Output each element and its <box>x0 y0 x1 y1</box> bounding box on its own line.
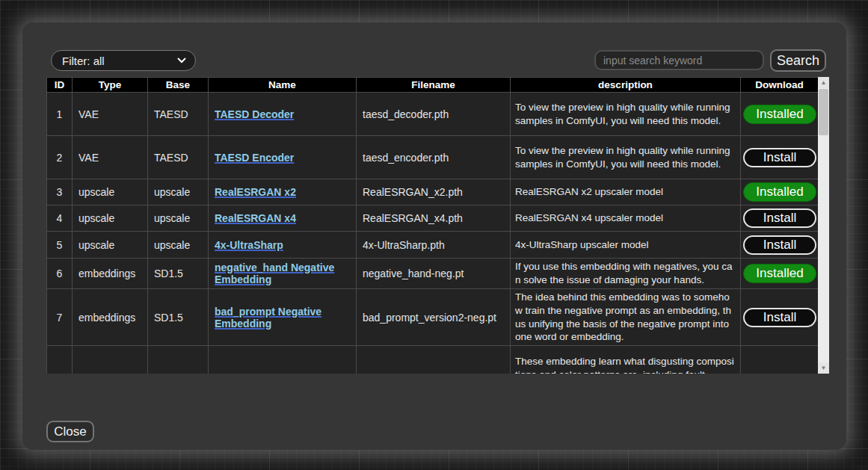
cell-name: RealESRGAN x4 <box>209 205 357 232</box>
cell-filename: RealESRGAN_x4.pth <box>357 205 511 232</box>
cell-base: SD1.5 <box>148 289 209 346</box>
cell-id <box>47 346 73 374</box>
cell-base <box>148 346 209 374</box>
cell-id: 3 <box>47 179 73 205</box>
cell-filename <box>357 346 511 374</box>
cell-description: If you use this embedding with negatives… <box>511 259 741 289</box>
cell-filename: taesd_decoder.pth <box>357 93 511 136</box>
close-button[interactable]: Close <box>46 421 94 442</box>
cell-name <box>209 346 357 374</box>
cell-download: Install <box>741 205 819 232</box>
cell-filename: negative_hand-neg.pt <box>357 259 511 289</box>
install-button[interactable]: Install <box>743 208 816 228</box>
installed-button[interactable]: Installed <box>743 264 816 283</box>
cell-name: 4x-UltraSharp <box>209 232 357 259</box>
installed-button[interactable]: Installed <box>743 182 816 202</box>
cell-description: The idea behind this embedding was to so… <box>511 289 741 346</box>
col-header-name: Name <box>209 78 357 93</box>
cell-id: 7 <box>47 289 73 346</box>
model-name-link[interactable]: RealESRGAN x4 <box>215 212 296 224</box>
table-row: 6embeddingsSD1.5negative_hand Negative E… <box>47 259 819 289</box>
cell-description: 4x-UltraSharp upscaler model <box>511 232 741 259</box>
cell-id: 6 <box>47 259 73 289</box>
install-models-dialog: Filter: all Search IDTypeBaseNameFilenam… <box>22 22 846 450</box>
table-row: 4upscaleupscaleRealESRGAN x4RealESRGAN_x… <box>47 205 819 232</box>
cell-description: To view the preview in high quality whil… <box>511 136 741 179</box>
cell-name: TAESD Decoder <box>209 93 357 136</box>
cell-type: embeddings <box>73 259 148 289</box>
scroll-down-icon[interactable]: ▼ <box>818 362 829 374</box>
cell-download: Installed <box>741 179 819 205</box>
cell-name: TAESD Encoder <box>209 136 357 179</box>
model-name-link[interactable]: 4x-UltraSharp <box>215 239 283 251</box>
cell-download: Install <box>741 232 819 259</box>
cell-type: upscale <box>73 179 148 205</box>
cell-description: These embedding learn what disgusting co… <box>511 346 741 374</box>
table-header-row: IDTypeBaseNameFilenamedescriptionDownloa… <box>47 78 819 93</box>
model-name-link[interactable]: bad_prompt Negative Embedding <box>215 306 321 330</box>
cell-type: embeddings <box>73 289 148 346</box>
install-button[interactable]: Install <box>743 308 816 327</box>
cell-filename: bad_prompt_version2-neg.pt <box>357 289 511 346</box>
cell-base: TAESD <box>148 136 209 179</box>
cell-base: SD1.5 <box>148 259 209 289</box>
col-header-base: Base <box>148 78 209 93</box>
table-row: 1VAETAESDTAESD Decodertaesd_decoder.pthT… <box>47 93 819 136</box>
cell-base: upscale <box>148 179 209 205</box>
cell-type: upscale <box>73 205 148 232</box>
install-button[interactable]: Install <box>743 235 816 255</box>
model-name-link[interactable]: TAESD Encoder <box>215 152 294 164</box>
cell-type <box>73 346 148 374</box>
table-row: 7embeddingsSD1.5bad_prompt Negative Embe… <box>47 289 819 346</box>
models-table-container: IDTypeBaseNameFilenamedescriptionDownloa… <box>46 77 818 374</box>
scrollbar-thumb[interactable] <box>819 89 828 135</box>
filter-dropdown-label: Filter: all <box>62 55 105 67</box>
cell-id: 4 <box>47 205 73 232</box>
cell-name: RealESRGAN x2 <box>209 179 357 205</box>
search-input[interactable] <box>594 50 764 70</box>
cell-type: upscale <box>73 232 148 259</box>
cell-download: Install <box>741 289 819 346</box>
cell-id: 5 <box>47 232 73 259</box>
col-header-filename: Filename <box>357 78 511 93</box>
col-header-description: description <box>511 78 741 93</box>
cell-base: upscale <box>148 205 209 232</box>
table-row: 5upscaleupscale4x-UltraSharp4x-UltraShar… <box>47 232 819 259</box>
models-table: IDTypeBaseNameFilenamedescriptionDownloa… <box>46 77 818 374</box>
cell-base: TAESD <box>148 93 209 136</box>
cell-filename: taesd_encoder.pth <box>357 136 511 179</box>
comfyui-canvas: Filter: all Search IDTypeBaseNameFilenam… <box>0 0 868 470</box>
cell-type: VAE <box>73 136 148 179</box>
cell-name: bad_prompt Negative Embedding <box>209 289 357 346</box>
cell-filename: RealESRGAN_x2.pth <box>357 179 511 205</box>
cell-description: To view the preview in high quality whil… <box>511 93 741 136</box>
cell-download <box>741 346 819 374</box>
cell-download: Install <box>741 136 819 179</box>
cell-download: Installed <box>741 93 819 136</box>
scroll-up-icon[interactable]: ▲ <box>818 77 829 88</box>
installed-button[interactable]: Installed <box>743 105 816 124</box>
model-name-link[interactable]: negative_hand Negative Embedding <box>215 262 334 285</box>
cell-base: upscale <box>148 232 209 259</box>
cell-id: 2 <box>47 136 73 179</box>
table-row: These embedding learn what disgusting co… <box>47 346 819 374</box>
col-header-type: Type <box>73 78 148 93</box>
table-scrollbar[interactable]: ▲ ▼ <box>818 77 829 374</box>
install-button[interactable]: Install <box>743 148 816 167</box>
col-header-id: ID <box>47 78 73 93</box>
cell-type: VAE <box>73 93 148 136</box>
table-row: 2VAETAESDTAESD Encodertaesd_encoder.pthT… <box>47 136 819 179</box>
filter-dropdown[interactable]: Filter: all <box>51 50 196 71</box>
cell-description: RealESRGAN x4 upscaler model <box>511 205 741 232</box>
cell-id: 1 <box>47 93 73 136</box>
cell-name: negative_hand Negative Embedding <box>209 259 357 289</box>
cell-download: Installed <box>741 259 819 289</box>
cell-filename: 4x-UltraSharp.pth <box>357 232 511 259</box>
chevron-down-icon <box>177 58 186 64</box>
search-button[interactable]: Search <box>770 49 826 72</box>
col-header-download: Download <box>741 78 819 93</box>
model-name-link[interactable]: RealESRGAN x2 <box>215 186 296 198</box>
model-name-link[interactable]: TAESD Decoder <box>215 108 294 120</box>
cell-description: RealESRGAN x2 upscaler model <box>511 179 741 205</box>
table-row: 3upscaleupscaleRealESRGAN x2RealESRGAN_x… <box>47 179 819 205</box>
